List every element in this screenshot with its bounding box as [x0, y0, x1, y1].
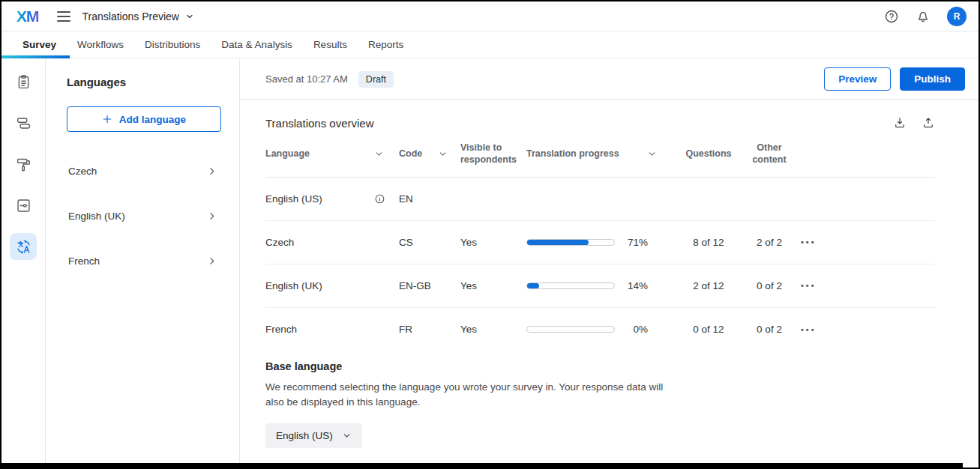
cell-visible: Yes [460, 324, 526, 335]
tab-survey[interactable]: Survey [12, 31, 67, 58]
overview-title: Translations overview [265, 117, 374, 130]
tab-workflows[interactable]: Workflows [67, 31, 134, 58]
publish-button[interactable]: Publish [900, 67, 965, 91]
cell-code: EN [399, 193, 438, 205]
status-badge: Draft [358, 71, 394, 88]
language-list-item[interactable]: English (UK) [67, 193, 221, 238]
info-icon[interactable] [374, 193, 399, 205]
chevron-right-icon [207, 256, 217, 266]
cell-language: English (UK) [265, 280, 374, 291]
survey-flow-icon[interactable] [10, 109, 37, 136]
col-other-content: Other content [742, 142, 796, 166]
xm-logo: XM [16, 7, 39, 25]
language-list-item[interactable]: Czech [67, 148, 221, 193]
tab-distributions[interactable]: Distributions [134, 31, 211, 58]
survey-options-icon[interactable] [10, 192, 37, 219]
table-row: French FR Yes 0% 0 of 12 0 of 2 ••• [265, 308, 935, 351]
tab-results[interactable]: Results [303, 31, 358, 58]
row-menu-button[interactable]: ••• [796, 325, 832, 334]
table-row: English (UK) EN-GB Yes 14% 2 of 12 0 of … [265, 264, 935, 308]
module-rail [1, 59, 46, 463]
hamburger-menu-icon[interactable] [51, 5, 76, 28]
col-questions: Questions [675, 148, 742, 160]
progress-bar [526, 282, 615, 289]
row-menu-button[interactable]: ••• [796, 281, 832, 290]
cell-progress: 0% [526, 324, 675, 335]
progress-percent: 14% [619, 280, 648, 291]
table-header: Language Code Visible to respondents Tra… [265, 130, 935, 178]
save-status-toolbar: Saved at 10:27 AM Draft Preview Publish [240, 59, 979, 100]
language-name: Czech [68, 166, 97, 177]
main-area: Saved at 10:27 AM Draft Preview Publish … [240, 59, 979, 463]
user-avatar[interactable]: R [947, 7, 967, 26]
project-title: Translations Preview [82, 10, 179, 22]
download-translations-button[interactable] [893, 116, 907, 130]
language-list-item[interactable]: French [67, 238, 221, 283]
chevron-down-icon [342, 431, 352, 441]
cell-code: FR [399, 324, 438, 335]
chevron-right-icon [207, 211, 217, 221]
add-language-button[interactable]: Add language [67, 106, 221, 132]
col-visible: Visible to respondents [460, 142, 526, 166]
cell-questions: 2 of 12 [675, 280, 742, 291]
chevron-down-icon [185, 12, 194, 21]
cell-code: CS [399, 237, 438, 248]
base-language-section: Base language We recommend selecting the… [265, 360, 935, 449]
base-language-select[interactable]: English (US) [265, 423, 362, 448]
cell-other-content: 0 of 2 [742, 280, 796, 291]
preview-button[interactable]: Preview [824, 67, 891, 91]
col-language[interactable]: Language [265, 148, 374, 160]
base-language-description: We recommend selecting the language you … [265, 380, 682, 411]
language-list: Czech English (UK) French [67, 148, 221, 283]
help-button[interactable] [884, 9, 899, 24]
window-bottom-edge [1, 463, 963, 468]
upload-translations-button[interactable] [922, 116, 935, 130]
translations-table-body: English (US) EN Czech CS Yes 71% 8 of 12… [265, 178, 935, 351]
progress-percent: 0% [619, 324, 648, 335]
code-sort-chevron-icon[interactable] [438, 149, 460, 159]
download-icon [893, 116, 907, 130]
app-window: XM Translations Preview R SurveyWorkflow… [0, 0, 980, 469]
add-language-label: Add language [119, 114, 186, 125]
cell-progress: 14% [526, 280, 675, 291]
top-header: XM Translations Preview R [1, 1, 979, 31]
survey-builder-icon[interactable] [10, 68, 37, 95]
progress-bar [526, 326, 615, 333]
language-name: English (UK) [68, 211, 125, 222]
cell-language: French [265, 324, 374, 335]
tab-data-analysis[interactable]: Data & Analysis [211, 31, 303, 58]
language-name: French [68, 255, 100, 267]
cell-questions: 0 of 12 [675, 324, 742, 335]
base-language-title: Base language [265, 360, 935, 372]
notifications-button[interactable] [916, 9, 931, 24]
table-row: Czech CS Yes 71% 8 of 12 2 of 2 ••• [265, 221, 935, 264]
table-row: English (US) EN [265, 178, 935, 221]
look-and-feel-icon[interactable] [10, 151, 37, 178]
bell-icon [916, 9, 931, 24]
saved-status-text: Saved at 10:27 AM [265, 73, 348, 85]
row-menu-button[interactable]: ••• [796, 237, 832, 246]
base-language-value: English (US) [276, 430, 333, 441]
help-icon [884, 9, 899, 24]
languages-panel-title: Languages [67, 76, 221, 88]
col-progress[interactable]: Translation progress [526, 148, 619, 160]
col-code[interactable]: Code [399, 148, 438, 160]
chevron-right-icon [207, 166, 217, 176]
languages-panel: Languages Add language Czech English (UK… [46, 59, 240, 463]
upload-icon [922, 116, 935, 130]
cell-other-content: 2 of 2 [742, 237, 796, 248]
cell-language: Czech [265, 237, 374, 248]
translations-icon[interactable] [10, 233, 37, 260]
project-title-dropdown[interactable]: Translations Preview [82, 10, 194, 22]
tab-reports[interactable]: Reports [358, 31, 414, 58]
language-sort-chevron-icon[interactable] [374, 149, 399, 159]
progress-sort-chevron-icon[interactable] [647, 149, 657, 159]
cell-language: English (US) [265, 193, 374, 205]
nav-tabs: SurveyWorkflowsDistributionsData & Analy… [1, 31, 979, 58]
progress-bar [526, 239, 615, 246]
cell-code: EN-GB [399, 280, 438, 291]
translations-content: Translations overview Language [240, 100, 979, 463]
cell-other-content: 0 of 2 [742, 324, 796, 335]
cell-visible: Yes [460, 237, 526, 248]
cell-questions: 8 of 12 [675, 237, 742, 248]
